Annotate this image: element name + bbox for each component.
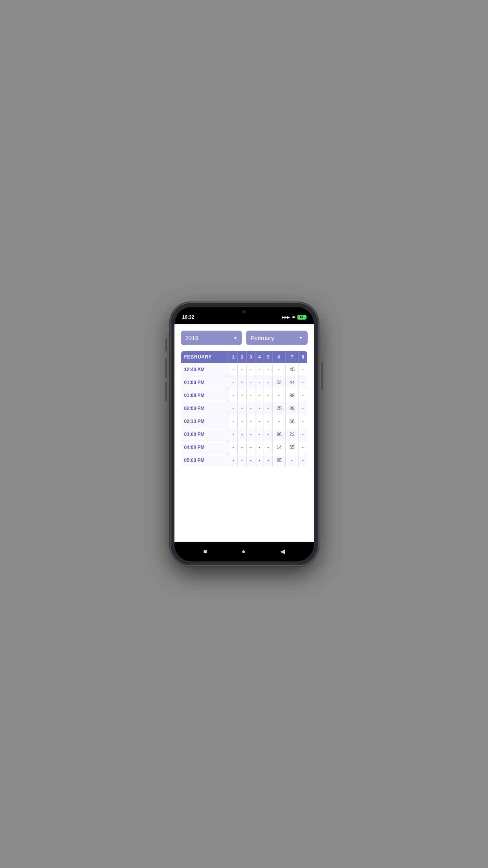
back-button[interactable]: ◀ (277, 544, 288, 558)
table-row: 03:00 PM-----9622- (181, 428, 307, 441)
row-5-col-5: - (264, 428, 273, 441)
row-2-col-8: - (299, 389, 307, 402)
row-1-col-7: 44 (286, 376, 299, 389)
row-5-col-4: - (255, 428, 264, 441)
row-1-col-1: - (229, 376, 238, 389)
row-7-col-8: - (299, 454, 307, 467)
row-1-col-2: - (238, 376, 246, 389)
row-7-col-5: - (264, 454, 273, 467)
month-dropdown-arrow: ▼ (299, 336, 303, 340)
row-7-col-3: - (246, 454, 255, 467)
row-3-col-4: - (255, 402, 264, 415)
row-3-col-3: - (246, 402, 255, 415)
dropdowns-row: 2019 ▼ February ▼ (181, 331, 308, 345)
row-5-time: 03:00 PM (181, 428, 229, 441)
row-4-col-4: - (255, 415, 264, 428)
table-row: 04:00 PM-----1455- (181, 441, 307, 454)
row-2-col-2: - (238, 389, 246, 402)
row-7-col-4: - (255, 454, 264, 467)
table-row: 02:00 PM-----2588- (181, 402, 307, 415)
bottom-nav-bar: ■ ● ◀ (174, 542, 314, 561)
status-time: 16:32 (182, 314, 194, 320)
row-3-time: 02:00 PM (181, 402, 229, 415)
wifi-icon: 〓 (292, 314, 295, 320)
day-col-6: 6 (273, 351, 286, 363)
year-dropdown[interactable]: 2019 ▼ (181, 331, 242, 345)
row-4-col-6: - (273, 415, 286, 428)
row-1-time: 01:00 PM (181, 376, 229, 389)
year-label: 2019 (185, 335, 198, 341)
table-row: 01:08 PM------99- (181, 389, 307, 402)
row-6-col-7: 55 (286, 441, 299, 454)
stop-button[interactable]: ■ (200, 545, 210, 558)
row-3-col-5: - (264, 402, 273, 415)
row-5-col-7: 22 (286, 428, 299, 441)
table-header-row: FEBRUARY 1 2 3 4 5 6 7 8 (181, 351, 307, 363)
day-col-8: 8 (299, 351, 307, 363)
row-4-col-8: - (299, 415, 307, 428)
row-7-col-1: - (229, 454, 238, 467)
home-nav-button[interactable]: ● (238, 545, 249, 558)
year-dropdown-arrow: ▼ (233, 336, 237, 340)
row-0-col-2: - (238, 363, 246, 376)
row-7-time: 05:00 PM (181, 454, 229, 467)
day-col-5: 5 (264, 351, 273, 363)
row-2-time: 01:08 PM (181, 389, 229, 402)
calendar-table: FEBRUARY 1 2 3 4 5 6 7 8 12:40 AM------4… (181, 351, 308, 467)
table-row: 02:13 PM------66- (181, 415, 307, 428)
row-3-col-2: - (238, 402, 246, 415)
month-dropdown[interactable]: February ▼ (246, 331, 308, 345)
row-4-col-3: - (246, 415, 255, 428)
row-0-col-5: - (264, 363, 273, 376)
row-4-col-7: 66 (286, 415, 299, 428)
row-6-col-4: - (255, 441, 264, 454)
row-3-col-7: 88 (286, 402, 299, 415)
row-7-col-6: 85 (273, 454, 286, 467)
row-2-col-6: - (273, 389, 286, 402)
status-icons: ▶▶▶ 〓 63 (282, 314, 306, 320)
phone-screen: 16:32 ▶▶▶ 〓 63 2019 ▼ February ▼ (174, 307, 314, 561)
row-4-time: 02:13 PM (181, 415, 229, 428)
day-col-4: 4 (255, 351, 264, 363)
volume-up-button (165, 358, 167, 378)
row-6-time: 04:00 PM (181, 441, 229, 454)
power-button (321, 362, 323, 390)
front-camera (242, 310, 246, 313)
row-0-col-8: - (299, 363, 307, 376)
battery-pct: 63 (300, 316, 303, 318)
row-2-col-5: - (264, 389, 273, 402)
row-7-col-2: - (238, 454, 246, 467)
row-1-col-5: - (264, 376, 273, 389)
table-row: 12:40 AM------45- (181, 363, 307, 376)
day-col-3: 3 (246, 351, 255, 363)
row-2-col-7: 99 (286, 389, 299, 402)
day-col-2: 2 (238, 351, 246, 363)
row-0-time: 12:40 AM (181, 363, 229, 376)
row-6-col-1: - (229, 441, 238, 454)
row-1-col-4: - (255, 376, 264, 389)
row-2-col-4: - (255, 389, 264, 402)
row-3-col-1: - (229, 402, 238, 415)
row-2-col-3: - (246, 389, 255, 402)
phone-frame: 16:32 ▶▶▶ 〓 63 2019 ▼ February ▼ (171, 303, 318, 565)
row-5-col-2: - (238, 428, 246, 441)
row-0-col-4: - (255, 363, 264, 376)
volume-down-button (165, 382, 167, 401)
table-row: 01:00 PM-----5244- (181, 376, 307, 389)
row-3-col-8: - (299, 402, 307, 415)
row-4-col-2: - (238, 415, 246, 428)
signal-icon: ▶▶▶ (282, 315, 290, 319)
notch (220, 307, 268, 318)
row-4-col-1: - (229, 415, 238, 428)
screen-content[interactable]: 2019 ▼ February ▼ FEBRUARY 1 2 3 4 (174, 324, 314, 542)
row-1-col-3: - (246, 376, 255, 389)
day-col-1: 1 (229, 351, 238, 363)
battery-icon: 63 (297, 315, 306, 320)
row-6-col-8: - (299, 441, 307, 454)
row-5-col-8: - (299, 428, 307, 441)
table-row: 05:00 PM-----85-- (181, 454, 307, 467)
row-5-col-3: - (246, 428, 255, 441)
row-0-col-3: - (246, 363, 255, 376)
row-6-col-6: 14 (273, 441, 286, 454)
row-5-col-1: - (229, 428, 238, 441)
